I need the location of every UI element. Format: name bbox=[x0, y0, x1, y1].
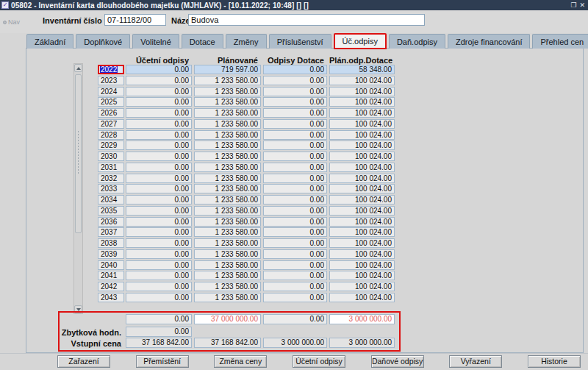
planned-depreciation-cell[interactable]: 1 233 580.00 bbox=[194, 174, 261, 183]
subsidy-depreciation-cell[interactable]: 0.00 bbox=[263, 97, 327, 107]
year-cell[interactable]: 2032 bbox=[98, 174, 124, 183]
accounting-depreciation-cell[interactable]: 0.00 bbox=[126, 293, 192, 302]
planned-depreciation-cell[interactable]: 1 233 580.00 bbox=[194, 130, 261, 140]
planned-depreciation-cell[interactable]: 1 233 580.00 bbox=[194, 195, 261, 204]
planned-depreciation-cell[interactable]: 719 597.00 bbox=[194, 65, 261, 74]
input-price-field[interactable]: 3 000 000.00 bbox=[329, 338, 395, 348]
planned-depreciation-cell[interactable]: 1 233 580.00 bbox=[194, 227, 261, 237]
accounting-depreciation-cell[interactable]: 0.00 bbox=[126, 140, 192, 150]
nav-button[interactable]: Nav bbox=[3, 18, 20, 26]
accounting-depreciation-cell[interactable]: 0.00 bbox=[126, 217, 192, 227]
tab[interactable]: Volitelné bbox=[132, 34, 179, 49]
year-cell[interactable]: 2043 bbox=[98, 293, 124, 302]
subsidy-depreciation-cell[interactable]: 0.00 bbox=[263, 163, 327, 172]
ucetni-odpisy-button[interactable]: Účetní odpisy bbox=[293, 355, 345, 368]
year-cell[interactable]: 2037 bbox=[98, 227, 124, 237]
table-row[interactable]: 2036 0.00 1 233 580.00 0.00 100 024.00 bbox=[98, 217, 395, 228]
table-row[interactable]: 2039 0.00 1 233 580.00 0.00 100 024.00 bbox=[98, 249, 395, 260]
tab[interactable]: Daň.odpisy bbox=[389, 34, 445, 49]
year-cell[interactable]: 2033 bbox=[98, 184, 124, 193]
planned-depreciation-cell[interactable]: 1 233 580.00 bbox=[194, 271, 261, 280]
tab[interactable]: Úč.odpisy bbox=[334, 33, 387, 49]
year-cell[interactable]: 2041 bbox=[98, 271, 124, 280]
planned-subsidy-depreciation-cell[interactable]: 100 024.00 bbox=[329, 217, 395, 227]
accounting-depreciation-cell[interactable]: 0.00 bbox=[126, 206, 192, 216]
planned-subsidy-depreciation-cell[interactable]: 100 024.00 bbox=[329, 249, 395, 259]
table-row[interactable]: 2035 0.00 1 233 580.00 0.00 100 024.00 bbox=[98, 206, 395, 217]
input-price-field[interactable]: 3 000 000.00 bbox=[263, 338, 327, 348]
year-cell[interactable]: 2024 bbox=[98, 87, 124, 96]
close-window-icon[interactable]: ✕ bbox=[579, 1, 585, 9]
planned-subsidy-depreciation-cell[interactable]: 100 024.00 bbox=[329, 227, 395, 237]
accounting-depreciation-cell[interactable]: 0.00 bbox=[126, 108, 192, 118]
year-cell[interactable]: 2026 bbox=[98, 108, 124, 118]
planned-subsidy-depreciation-cell[interactable]: 100 024.00 bbox=[329, 174, 395, 183]
tab[interactable]: Doplňkové bbox=[76, 34, 130, 49]
planned-subsidy-depreciation-cell[interactable]: 100 024.00 bbox=[329, 130, 395, 140]
year-cell[interactable]: 2036 bbox=[98, 217, 124, 227]
accounting-depreciation-cell[interactable]: 0.00 bbox=[126, 271, 192, 280]
year-cell[interactable]: 2025 bbox=[98, 97, 124, 107]
year-cell[interactable]: 2028 bbox=[98, 130, 124, 140]
planned-depreciation-cell[interactable]: 1 233 580.00 bbox=[194, 249, 261, 259]
table-row[interactable]: 2026 0.00 1 233 580.00 0.00 100 024.00 bbox=[98, 108, 395, 119]
subsidy-depreciation-cell[interactable]: 0.00 bbox=[263, 293, 327, 302]
accounting-depreciation-cell[interactable]: 0.00 bbox=[126, 130, 192, 140]
year-cell[interactable]: 2035 bbox=[98, 206, 124, 216]
subsidy-depreciation-cell[interactable]: 0.00 bbox=[263, 227, 327, 237]
accounting-depreciation-cell[interactable]: 0.00 bbox=[126, 282, 192, 291]
table-row[interactable]: 2040 0.00 1 233 580.00 0.00 100 024.00 bbox=[98, 260, 395, 271]
planned-depreciation-cell[interactable]: 1 233 580.00 bbox=[194, 163, 261, 172]
zmena-ceny-button[interactable]: Změna ceny bbox=[214, 355, 267, 368]
tab[interactable]: Přehled cen bbox=[532, 34, 588, 49]
subsidy-depreciation-cell[interactable]: 0.00 bbox=[263, 130, 327, 140]
year-cell[interactable]: 2023 bbox=[98, 76, 124, 85]
table-row[interactable]: 2022 0.00 719 597.00 0.00 58 348.00 bbox=[98, 65, 395, 76]
table-row[interactable]: 2042 0.00 1 233 580.00 0.00 100 024.00 bbox=[98, 282, 395, 293]
tab[interactable]: Dotace bbox=[182, 34, 223, 49]
name-field[interactable]: Budova bbox=[188, 14, 425, 26]
scroll-up-icon[interactable] bbox=[74, 64, 82, 72]
subsidy-depreciation-cell[interactable]: 0.00 bbox=[263, 260, 327, 270]
planned-subsidy-depreciation-cell[interactable]: 100 024.00 bbox=[329, 108, 395, 118]
table-row[interactable]: 2043 0.00 1 233 580.00 0.00 100 024.00 bbox=[98, 293, 395, 304]
table-row[interactable]: 2037 0.00 1 233 580.00 0.00 100 024.00 bbox=[98, 227, 395, 238]
table-row[interactable]: 2038 0.00 1 233 580.00 0.00 100 024.00 bbox=[98, 238, 395, 249]
accounting-depreciation-cell[interactable]: 0.00 bbox=[126, 195, 192, 204]
planned-subsidy-depreciation-cell[interactable]: 100 024.00 bbox=[329, 260, 395, 270]
year-cell[interactable]: 2038 bbox=[98, 238, 124, 248]
planned-depreciation-cell[interactable]: 1 233 580.00 bbox=[194, 293, 261, 302]
table-row[interactable]: 2025 0.00 1 233 580.00 0.00 100 024.00 bbox=[98, 97, 395, 108]
vyrazeni-button[interactable]: Vyřazení bbox=[449, 355, 502, 368]
subsidy-depreciation-cell[interactable]: 0.00 bbox=[263, 184, 327, 193]
year-cell[interactable]: 2039 bbox=[98, 249, 124, 259]
accounting-depreciation-cell[interactable]: 0.00 bbox=[126, 260, 192, 270]
table-row[interactable]: 2032 0.00 1 233 580.00 0.00 100 024.00 bbox=[98, 174, 395, 185]
input-price-field[interactable]: 37 168 842.00 bbox=[126, 338, 192, 348]
subsidy-depreciation-cell[interactable]: 0.00 bbox=[263, 108, 327, 118]
planned-subsidy-depreciation-cell[interactable]: 100 024.00 bbox=[329, 152, 395, 161]
subsidy-depreciation-cell[interactable]: 0.00 bbox=[263, 76, 327, 85]
year-cell[interactable]: 2040 bbox=[98, 260, 124, 270]
subsidy-depreciation-cell[interactable]: 0.00 bbox=[263, 87, 327, 96]
tab[interactable]: Změny bbox=[226, 34, 267, 49]
accounting-depreciation-cell[interactable]: 0.00 bbox=[126, 163, 192, 172]
year-cell[interactable]: 2042 bbox=[98, 282, 124, 291]
subsidy-depreciation-cell[interactable]: 0.00 bbox=[263, 206, 327, 216]
historie-button[interactable]: Historie bbox=[528, 355, 581, 368]
scroll-down-icon[interactable] bbox=[74, 305, 82, 313]
accounting-depreciation-cell[interactable]: 0.00 bbox=[126, 65, 192, 74]
planned-depreciation-cell[interactable]: 1 233 580.00 bbox=[194, 119, 261, 129]
table-row[interactable]: 2023 0.00 1 233 580.00 0.00 100 024.00 bbox=[98, 76, 395, 87]
planned-subsidy-depreciation-cell[interactable]: 58 348.00 bbox=[329, 65, 395, 74]
year-cell[interactable]: 2030 bbox=[98, 152, 124, 161]
accounting-depreciation-cell[interactable]: 0.00 bbox=[126, 174, 192, 183]
planned-subsidy-depreciation-cell[interactable]: 100 024.00 bbox=[329, 97, 395, 107]
accounting-depreciation-cell[interactable]: 0.00 bbox=[126, 87, 192, 96]
planned-depreciation-cell[interactable]: 1 233 580.00 bbox=[194, 260, 261, 270]
scrollbar-thumb[interactable] bbox=[75, 74, 82, 233]
table-row[interactable]: 2034 0.00 1 233 580.00 0.00 100 024.00 bbox=[98, 195, 395, 206]
table-row[interactable]: 2027 0.00 1 233 580.00 0.00 100 024.00 bbox=[98, 119, 395, 130]
planned-depreciation-cell[interactable]: 1 233 580.00 bbox=[194, 206, 261, 216]
danove-odpisy-button[interactable]: Daňové odpisy bbox=[371, 355, 424, 368]
